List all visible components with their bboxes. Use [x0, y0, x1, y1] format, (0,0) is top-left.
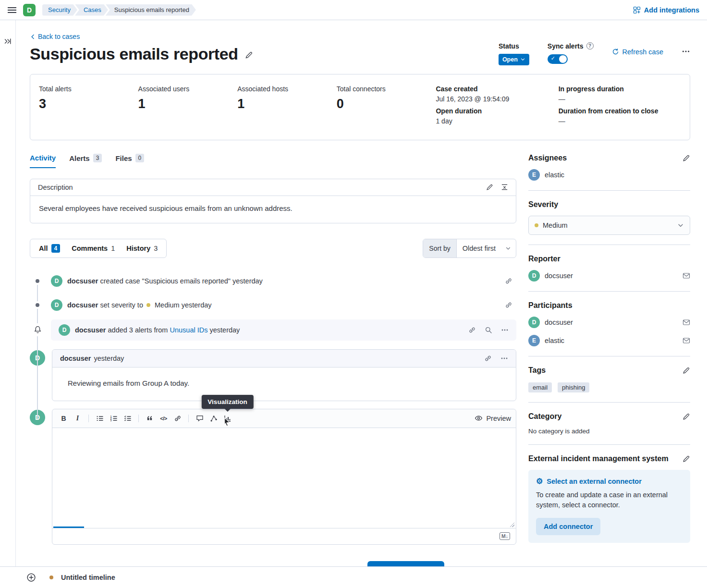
italic-button[interactable]: I — [71, 412, 84, 425]
sync-alerts-toggle[interactable]: ✓ — [548, 54, 568, 64]
markdown-syntax-icon[interactable]: M↓ — [500, 532, 510, 540]
event-text: docsuser added 3 alerts from Unusual IDs… — [75, 326, 240, 334]
timeline-status-dot — [49, 576, 53, 579]
editor-footer: M↓ — [52, 528, 516, 544]
tag-badge: phishing — [558, 382, 589, 392]
open-duration-value: 1 day — [436, 117, 558, 125]
edit-assignees-pencil-icon[interactable] — [683, 154, 690, 162]
refresh-case-button[interactable]: Refresh case — [612, 48, 663, 56]
link-icon — [174, 415, 182, 422]
quote-icon — [146, 415, 153, 422]
mail-icon[interactable] — [683, 272, 690, 280]
event-text: docsuser set severity to Medium yesterda… — [67, 301, 212, 309]
add-connector-button[interactable]: Add connector — [536, 518, 600, 535]
sidebar-divider — [528, 444, 690, 445]
collapse-description-icon[interactable] — [501, 184, 508, 191]
case-title-row: Suspicious emails reported Status Open S… — [30, 44, 690, 65]
copy-link-icon[interactable] — [505, 277, 512, 285]
sync-alerts-label: Sync alerts — [548, 42, 584, 50]
add-integrations-button[interactable]: Add integrations — [633, 6, 699, 14]
add-comment-button-partial[interactable] — [367, 561, 444, 566]
tags-title: Tags — [528, 366, 546, 375]
copy-link-icon[interactable] — [505, 301, 512, 309]
speech-bubble-icon — [196, 415, 204, 422]
breadcrumb-security[interactable]: Security — [42, 4, 77, 16]
unusual-ids-link[interactable]: Unusual IDs — [170, 326, 207, 334]
bullet-list-icon — [96, 415, 104, 422]
case-content: Back to cases Suspicious emails reported… — [16, 20, 707, 566]
untitled-timeline-link[interactable]: Untitled timeline — [61, 574, 115, 581]
editor-body — [52, 428, 516, 528]
activity-column: Activity Alerts 3 Files 0 Description — [30, 154, 516, 545]
toolbar-divider — [188, 415, 189, 422]
space-avatar[interactable]: D — [23, 4, 36, 16]
event-text: docsuser created case "Suspicious emails… — [67, 277, 263, 285]
comments-count: 1 — [111, 245, 115, 252]
graph-icon — [210, 415, 218, 422]
edit-tags-pencil-icon[interactable] — [683, 367, 690, 374]
tab-activity[interactable]: Activity — [30, 154, 56, 168]
filter-history[interactable]: History 3 — [121, 239, 163, 257]
filter-comments[interactable]: Comments 1 — [66, 239, 121, 257]
case-sidebar: Assignees E elastic Severity Me — [528, 154, 690, 543]
sort-order-select[interactable]: Oldest first — [457, 239, 516, 257]
case-created-timestamp: Jul 16, 2023 @ 19:54:09 — [436, 95, 558, 103]
edit-description-pencil-icon[interactable] — [486, 184, 493, 191]
insert-timeline-button[interactable] — [207, 412, 220, 425]
check-icon: ✓ — [551, 55, 555, 61]
mail-icon[interactable] — [683, 318, 690, 326]
help-icon[interactable]: ? — [586, 42, 594, 49]
severity-medium-dot — [535, 223, 538, 227]
severity-title: Severity — [528, 200, 558, 209]
sync-alerts-block: Sync alerts ? ✓ — [548, 42, 594, 64]
eye-icon — [475, 414, 483, 422]
alerts-count-badge: 3 — [93, 154, 102, 162]
new-comment-editor: D B I </> — [30, 409, 516, 545]
breadcrumb-current: Suspicious emails reported — [106, 4, 196, 16]
edit-connector-pencil-icon[interactable] — [683, 455, 690, 463]
breadcrumb-cases[interactable]: Cases — [75, 4, 108, 16]
category-section: Category No category is added — [528, 412, 690, 435]
tab-files[interactable]: Files 0 — [115, 154, 144, 168]
mail-icon[interactable] — [683, 337, 690, 344]
expand-sidebar-icon[interactable] — [4, 37, 12, 45]
investigate-in-timeline-icon[interactable] — [485, 326, 492, 334]
caret-down-icon — [677, 222, 684, 229]
comment-actions-ellipsis-icon[interactable] — [500, 355, 508, 362]
filter-all[interactable]: All 4 — [33, 239, 66, 257]
severity-select[interactable]: Medium — [528, 216, 690, 235]
add-comment-annotation-button[interactable] — [193, 412, 206, 425]
edit-category-pencil-icon[interactable] — [683, 413, 690, 420]
sidebar-divider — [528, 190, 690, 191]
link-button[interactable] — [171, 412, 184, 425]
alert-actions-ellipsis-icon[interactable] — [501, 326, 509, 334]
description-title: Description — [38, 184, 73, 191]
back-to-cases-link[interactable]: Back to cases — [30, 33, 80, 40]
timeline-dot-icon — [36, 279, 39, 283]
status-open-button[interactable]: Open — [499, 54, 529, 65]
insert-visualization-button[interactable]: Visualization — [221, 412, 234, 425]
copy-link-icon[interactable] — [484, 355, 492, 362]
comment-panel: docsuser yesterday Reviewing emails from… — [52, 349, 516, 401]
preview-button[interactable]: Preview — [475, 414, 511, 422]
add-timeline-icon[interactable] — [26, 573, 36, 582]
task-list-button[interactable] — [121, 412, 134, 425]
menu-icon[interactable] — [8, 7, 16, 13]
copy-link-icon[interactable] — [468, 326, 476, 334]
avatar: E — [528, 335, 540, 346]
comment-textarea[interactable] — [52, 428, 516, 528]
resize-handle[interactable] — [510, 523, 514, 527]
in-progress-duration-value: — — [559, 95, 681, 103]
quote-button[interactable] — [143, 412, 156, 425]
toolbar-divider — [88, 415, 89, 422]
bold-button[interactable]: B — [57, 412, 70, 425]
user-comment: D docsuser yesterday Reviewing emails f — [30, 349, 516, 401]
edit-title-pencil-icon[interactable] — [245, 51, 253, 59]
code-button[interactable]: </> — [157, 412, 170, 425]
select-connector-link[interactable]: ⚙ Select an external connector — [536, 478, 683, 485]
tab-alerts[interactable]: Alerts 3 — [69, 154, 102, 168]
assignee-name: elastic — [545, 171, 564, 179]
case-actions-ellipsis-icon[interactable] — [682, 47, 690, 56]
ordered-list-button[interactable] — [107, 412, 120, 425]
unordered-list-button[interactable] — [93, 412, 106, 425]
